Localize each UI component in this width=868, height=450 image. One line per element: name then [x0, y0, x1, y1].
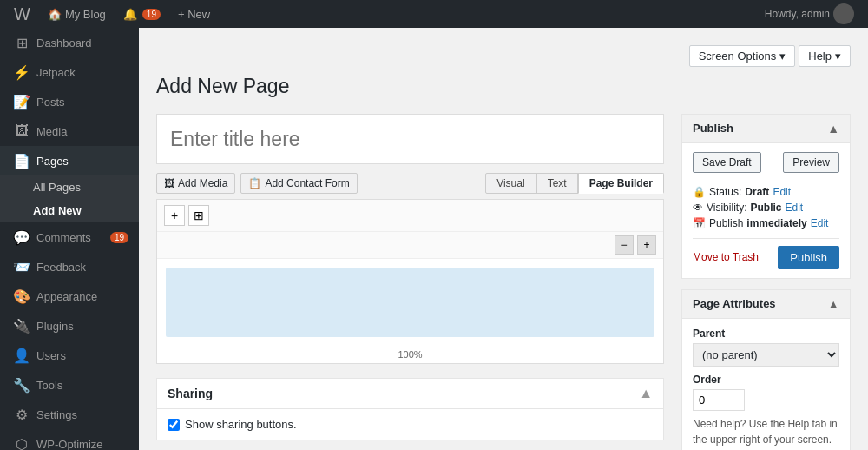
status-label: Status: — [709, 186, 741, 198]
visibility-edit-link[interactable]: Edit — [785, 202, 803, 214]
page-attributes-content: Parent (no parent) Order Need help? Use … — [682, 319, 850, 450]
tab-visual[interactable]: Visual — [485, 173, 536, 194]
sidebar-item-feedback[interactable]: 📨 Feedback — [0, 252, 139, 281]
view-tabs: Visual Text Page Builder — [485, 173, 664, 194]
status-edit-link[interactable]: Edit — [773, 186, 791, 198]
sidebar-item-media[interactable]: 🖼 Media — [0, 116, 139, 146]
move-to-trash-link[interactable]: Move to Trash — [693, 251, 759, 263]
sharing-checkbox-row: Show sharing buttons. — [168, 418, 653, 431]
admin-avatar — [833, 3, 854, 24]
sidebar-item-users-label: Users — [36, 349, 66, 362]
show-sharing-checkbox[interactable] — [168, 419, 180, 431]
screen-options-label: Screen Options — [699, 50, 777, 63]
my-blog-label: My Blog — [65, 8, 106, 21]
publish-panel: Publish ▲ Save Draft Preview 🔒 Status: D… — [681, 114, 851, 279]
sidebar-item-posts[interactable]: 📝 Posts — [0, 87, 139, 116]
add-media-label: Add Media — [178, 177, 227, 189]
adminbar-wp-logo[interactable]: W — [7, 0, 37, 28]
post-title-input[interactable] — [156, 114, 664, 164]
pb-controls: + ⊞ — [157, 200, 663, 232]
tab-page-builder[interactable]: Page Builder — [578, 173, 664, 194]
adminbar-howdy[interactable]: Howdy, admin — [758, 0, 861, 28]
publish-visibility-row: 👁 Visibility: Public Edit — [693, 202, 839, 214]
howdy-label: Howdy, admin — [765, 8, 830, 20]
publish-time: immediately — [746, 217, 806, 229]
tab-visual-label: Visual — [496, 177, 524, 189]
sidebar-item-jetpack-label: Jetpack — [36, 66, 76, 79]
sidebar-item-wp-optimize-label: WP-Optimize — [36, 438, 103, 451]
save-draft-button[interactable]: Save Draft — [693, 152, 761, 173]
publish-actions: Save Draft Preview — [693, 152, 839, 173]
publish-label: Publish — [709, 217, 743, 229]
sidebar-item-comments[interactable]: 💬 Comments 19 — [0, 222, 139, 252]
notifications-count: 19 — [142, 9, 161, 20]
screen-options-button[interactable]: Screen Options ▾ — [689, 45, 796, 67]
page-builder-area: + ⊞ − + 100% — [156, 199, 664, 364]
page-attributes-panel-header[interactable]: Page Attributes ▲ — [682, 290, 850, 319]
sidebar-item-tools[interactable]: 🔧 Tools — [0, 370, 139, 400]
new-label: + New — [178, 8, 210, 21]
sidebar-item-jetpack[interactable]: ⚡ Jetpack — [0, 57, 139, 87]
publish-panel-header[interactable]: Publish ▲ — [682, 115, 850, 143]
sidebar-item-appearance[interactable]: 🎨 Appearance — [0, 281, 139, 311]
sidebar-item-pages-label: Pages — [36, 155, 69, 168]
page-main-title: Add New Page — [156, 74, 289, 100]
visibility-value: Public — [750, 202, 781, 214]
tab-page-builder-label: Page Builder — [589, 177, 653, 189]
pb-resize-minus-button[interactable]: − — [615, 235, 634, 255]
wp-wrapper: ⊞ Dashboard ⚡ Jetpack 📝 Posts 🖼 Media 📄 … — [0, 28, 868, 450]
sidebar-item-plugins[interactable]: 🔌 Plugins — [0, 311, 139, 341]
pb-resize-minus-icon: − — [621, 239, 627, 251]
pb-add-button[interactable]: + — [164, 205, 185, 226]
settings-icon: ⚙ — [14, 407, 30, 422]
publish-panel-title: Publish — [693, 122, 733, 135]
add-contact-form-button[interactable]: 📋 Add Contact Form — [240, 173, 357, 194]
sidebar-item-comments-label: Comments — [36, 231, 91, 244]
comments-icon: 💬 — [14, 229, 30, 245]
publish-panel-toggle-icon: ▲ — [827, 122, 839, 136]
order-input[interactable] — [693, 389, 745, 411]
sidebar-item-dashboard[interactable]: ⊞ Dashboard — [0, 28, 139, 57]
status-value: Draft — [745, 186, 769, 198]
adminbar-my-blog[interactable]: 🏠 My Blog — [41, 0, 113, 28]
publish-button[interactable]: Publish — [778, 246, 839, 269]
adminbar-notifications[interactable]: 🔔 19 — [116, 0, 168, 28]
sidebar-item-media-label: Media — [36, 125, 67, 138]
sharing-meta-box-header[interactable]: Sharing ▲ — [157, 379, 663, 409]
pb-grid-button[interactable]: ⊞ — [188, 205, 209, 226]
publish-time-row: 📅 Publish immediately Edit — [693, 217, 839, 229]
publish-time-edit-link[interactable]: Edit — [811, 217, 829, 229]
tools-icon: 🔧 — [14, 377, 30, 393]
sidebar-item-pages[interactable]: 📄 Pages — [0, 146, 139, 175]
submenu-add-new[interactable]: Add New — [0, 199, 139, 222]
adminbar-new[interactable]: + New — [171, 0, 217, 28]
pages-submenu: All Pages Add New — [0, 175, 139, 222]
submenu-all-pages[interactable]: All Pages — [0, 175, 139, 199]
sidebar-item-wp-optimize[interactable]: ⬡ WP-Optimize — [0, 429, 139, 450]
parent-select[interactable]: (no parent) — [693, 343, 839, 367]
page-title-area: Add New Page — [156, 74, 851, 100]
order-label: Order — [693, 374, 839, 386]
tab-text-label: Text — [548, 177, 567, 189]
status-icon: 🔒 — [693, 186, 706, 198]
add-media-button[interactable]: 🖼 Add Media — [156, 173, 235, 194]
sidebar-item-users[interactable]: 👤 Users — [0, 341, 139, 370]
tab-text[interactable]: Text — [536, 173, 578, 194]
main-content: Screen Options ▾ Help ▾ Add New Page 🖼 — [139, 28, 868, 450]
attr-help-text: Need help? Use the Help tab in the upper… — [693, 416, 839, 447]
sidebar-item-settings[interactable]: ⚙ Settings — [0, 400, 139, 429]
posts-icon: 📝 — [14, 94, 30, 109]
page-attributes-panel: Page Attributes ▲ Parent (no parent) Ord… — [681, 289, 851, 450]
sidebar-item-plugins-label: Plugins — [36, 320, 74, 333]
notifications-icon: 🔔 — [123, 8, 137, 21]
help-button[interactable]: Help ▾ — [799, 45, 851, 67]
pages-icon: 📄 — [14, 153, 30, 169]
sharing-meta-box-content: Show sharing buttons. — [157, 409, 663, 440]
visibility-label: Visibility: — [707, 202, 746, 214]
pb-percentage: 100% — [157, 346, 663, 363]
preview-button[interactable]: Preview — [783, 152, 839, 173]
pb-resize-plus-button[interactable]: + — [637, 235, 656, 255]
sharing-meta-box: Sharing ▲ Show sharing buttons. — [156, 378, 664, 440]
calendar-icon: 📅 — [693, 217, 706, 229]
pb-resize-controls: − + — [157, 232, 663, 259]
